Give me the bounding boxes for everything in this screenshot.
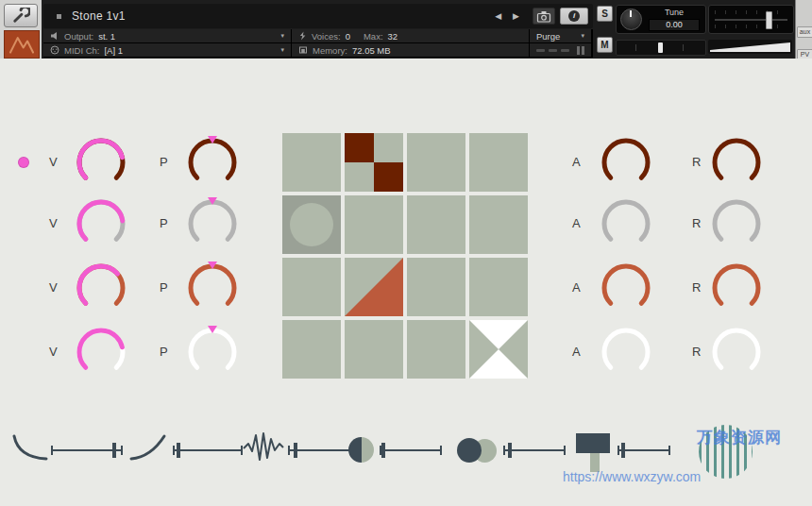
max-value: 32 bbox=[388, 31, 398, 42]
release-knob-1[interactable] bbox=[710, 136, 763, 189]
slider-handle[interactable] bbox=[381, 443, 385, 458]
attack-knob-3[interactable] bbox=[600, 261, 652, 314]
grid-cell[interactable] bbox=[282, 133, 341, 192]
pan-tick bbox=[683, 44, 684, 51]
grid-cell-ramp[interactable] bbox=[345, 258, 403, 316]
pan-slider[interactable] bbox=[616, 40, 706, 56]
blend-slider-2[interactable] bbox=[503, 443, 566, 458]
header-info-rows: Output: st. 1 ▾ Voices: 0 Max: 32 Purge … bbox=[43, 29, 593, 58]
slider-track bbox=[617, 449, 670, 451]
pan-knob-4[interactable] bbox=[186, 326, 239, 379]
attack-knob-1[interactable] bbox=[600, 136, 652, 189]
prev-instrument-button[interactable]: ◀ bbox=[489, 11, 507, 21]
output-dropdown[interactable]: Output: st. 1 ▾ bbox=[43, 29, 291, 42]
grid-cell[interactable] bbox=[345, 195, 403, 254]
slider-handle[interactable] bbox=[621, 443, 625, 458]
header-left-column bbox=[0, 0, 42, 59]
info-button[interactable]: i bbox=[560, 8, 588, 25]
attack-knob-2[interactable] bbox=[600, 197, 652, 250]
midi-icon bbox=[50, 45, 59, 55]
grid-cell[interactable] bbox=[345, 320, 403, 379]
grid-cell-circle[interactable] bbox=[282, 195, 341, 254]
slider-handle[interactable] bbox=[112, 443, 116, 458]
aux-tab[interactable]: aux bbox=[797, 26, 812, 38]
title-bar: Stone 1v1 ◀ ▶ i bbox=[43, 4, 593, 28]
grid-cell[interactable] bbox=[282, 258, 341, 316]
attack-curve-icon bbox=[129, 433, 167, 462]
midi-dropdown[interactable]: MIDI Ch: [A] 1 ▾ bbox=[43, 43, 291, 57]
volume-label: V bbox=[49, 261, 58, 314]
volume-label: V bbox=[49, 136, 58, 189]
slider-handle[interactable] bbox=[294, 443, 297, 458]
slider-handle[interactable] bbox=[177, 443, 180, 458]
volume-knob-3[interactable] bbox=[75, 261, 127, 314]
slider-track bbox=[503, 449, 566, 451]
pan-label: P bbox=[160, 261, 168, 314]
grid-cell-checker[interactable] bbox=[345, 133, 403, 192]
volume-label: V bbox=[49, 197, 58, 250]
pan-knob-3[interactable] bbox=[186, 261, 239, 314]
midi-label: MIDI Ch: bbox=[64, 45, 99, 56]
midi-caret-icon: ▾ bbox=[280, 46, 284, 54]
curve-slider-2[interactable] bbox=[173, 443, 243, 458]
release-label: R bbox=[692, 136, 701, 189]
volume-knob-1[interactable] bbox=[75, 136, 127, 189]
slider-handle[interactable] bbox=[508, 443, 512, 458]
purge-dropdown[interactable]: Purge ▾ bbox=[530, 29, 591, 42]
mute-button[interactable]: M bbox=[597, 37, 613, 53]
attack-label: A bbox=[572, 326, 581, 379]
snapshot-button[interactable] bbox=[533, 8, 555, 25]
level-meter-wedge bbox=[710, 42, 790, 52]
grid-cell-hourglass[interactable] bbox=[469, 320, 528, 379]
grid-cell[interactable] bbox=[407, 320, 465, 379]
volume-label: V bbox=[49, 326, 58, 379]
camera-icon bbox=[536, 10, 551, 23]
next-instrument-button[interactable]: ▶ bbox=[507, 11, 525, 21]
knob-row-4-right: A R bbox=[570, 326, 770, 379]
pan-label: P bbox=[160, 136, 168, 189]
grid-cell[interactable] bbox=[469, 195, 528, 254]
volume-knob-2[interactable] bbox=[75, 197, 127, 250]
mini-meter bbox=[582, 46, 584, 55]
pan-knob-1[interactable] bbox=[186, 136, 239, 189]
meter-dash bbox=[561, 49, 569, 52]
volume-knob-4[interactable] bbox=[75, 326, 127, 379]
attack-knob-4[interactable] bbox=[600, 326, 652, 379]
attack-label: A bbox=[572, 261, 581, 314]
grid-cell[interactable] bbox=[407, 133, 465, 192]
solo-button[interactable]: S bbox=[597, 6, 613, 22]
decay-curve-icon bbox=[12, 433, 48, 462]
memory-label: Memory: bbox=[313, 45, 347, 56]
voices-label: Voices: bbox=[312, 31, 341, 42]
tune-knob[interactable] bbox=[620, 8, 642, 30]
block-slider[interactable] bbox=[617, 443, 670, 458]
curve-slider-1[interactable] bbox=[51, 443, 123, 458]
circle-shape bbox=[290, 203, 333, 246]
volume-handle[interactable] bbox=[766, 11, 772, 29]
grid-cell[interactable] bbox=[407, 258, 465, 316]
grid-cell[interactable] bbox=[282, 320, 341, 379]
wrench-button[interactable] bbox=[4, 4, 38, 27]
mini-meter bbox=[577, 46, 580, 55]
knob-row-3-left: V P bbox=[43, 261, 244, 314]
knob-row-1-right: A R bbox=[570, 136, 770, 189]
slider-track bbox=[380, 449, 442, 451]
release-knob-4[interactable] bbox=[710, 326, 763, 379]
pan-knob-2[interactable] bbox=[186, 197, 239, 250]
checker-square bbox=[374, 162, 403, 192]
grid-cell[interactable] bbox=[407, 195, 465, 254]
tune-value[interactable]: 0.00 bbox=[649, 19, 700, 31]
grid-cell[interactable] bbox=[469, 258, 528, 316]
release-knob-3[interactable] bbox=[710, 261, 763, 314]
volume-fader[interactable] bbox=[708, 5, 794, 34]
blend-slider-1[interactable] bbox=[380, 443, 442, 458]
pan-handle[interactable] bbox=[658, 42, 663, 53]
tune-panel: Tune 0.00 bbox=[616, 5, 706, 34]
memory-status: Memory: 72.05 MB bbox=[292, 43, 529, 57]
grid-cell[interactable] bbox=[469, 133, 528, 192]
tune-label: Tune bbox=[649, 8, 700, 17]
attack-label: A bbox=[572, 136, 581, 189]
release-knob-2[interactable] bbox=[710, 197, 763, 250]
output-caret-icon: ▾ bbox=[280, 32, 284, 40]
block-fader-icon bbox=[576, 431, 612, 473]
